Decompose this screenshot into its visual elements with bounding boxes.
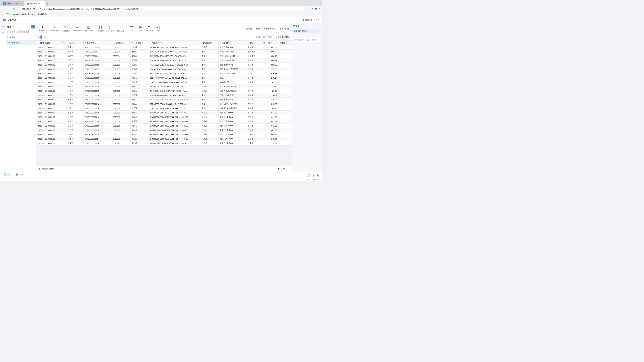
tab-data[interactable]: 数据	[2, 172, 14, 177]
tab-action-3[interactable]	[316, 173, 320, 177]
analysis-tab-close[interactable]: ✕	[39, 3, 40, 4]
add-other-button[interactable]: + 其他添加列	[83, 25, 94, 32]
save-all-update-button[interactable]: 全部保存并更新	[16, 30, 30, 34]
add-text-col-button[interactable]: T+ 新增文本列	[60, 25, 72, 32]
table-row: 2020-01-01 00:00:00鹤岗市SMDBJ18000014D0101…	[36, 50, 292, 54]
forward-button[interactable]: →	[7, 7, 11, 11]
tab-component[interactable]: 组件	[14, 172, 26, 177]
app-menu-button[interactable]: ···	[18, 19, 20, 21]
refresh-button[interactable]: ↻	[12, 7, 16, 11]
row-count-selector[interactable]: 前1000万行	[261, 35, 275, 39]
shop-name-filter-icon[interactable]	[142, 42, 144, 44]
add-sum-col-button[interactable]: Σ 新增汇总列	[49, 25, 60, 32]
cell-province: 吉林省	[246, 111, 261, 115]
sort-button[interactable]: 排序	[136, 25, 144, 32]
cell-shop-name: 辽源店	[130, 63, 149, 67]
add-datasource-button[interactable]: +	[293, 33, 321, 36]
settings-icon[interactable]	[13, 25, 15, 28]
page-next-button[interactable]: ∨	[286, 167, 290, 171]
product-name-filter-icon[interactable]	[230, 42, 231, 44]
group-agg-button[interactable]: 分组汇总	[116, 25, 125, 33]
col-product-type[interactable]: T 商品类别	[200, 40, 218, 45]
add-formula-col-button[interactable]: fx 新增公式列	[38, 25, 49, 32]
add-dataset-button[interactable]: +	[31, 25, 35, 28]
search-input[interactable]	[11, 36, 34, 38]
cell-store-code: SMDBJ18000016	[83, 102, 111, 106]
address-input-box[interactable]: ⚠ 192.168.171.80:8080/finebi/decision/v5…	[18, 7, 306, 11]
save-all-button[interactable]: 全部保存	[8, 30, 16, 34]
all-tables-button[interactable]: 所有书	[314, 19, 319, 21]
col-city[interactable]: T 城市	[66, 40, 83, 45]
sql-view-button[interactable]	[43, 35, 47, 39]
cell-product-name: 家之美圆形24夹选架	[218, 89, 246, 93]
col-province[interactable]: T 省份	[246, 40, 261, 45]
calculate-button[interactable]: 数据进行计算	[276, 35, 290, 39]
nav-data-icon[interactable]	[1, 25, 5, 29]
save-update-toolbar-button[interactable]: 仅保存并更新	[263, 27, 277, 31]
col-product-code[interactable]: T 商品编码	[149, 40, 200, 45]
bookmark-icon[interactable]: ☆	[308, 8, 310, 10]
table-view-button[interactable]	[38, 35, 42, 39]
table-scroll-area[interactable]: 日 日期(年月日)	[36, 40, 292, 166]
col-shop-code[interactable]: T 门店编码	[111, 40, 130, 45]
extension-icon[interactable]: ⊡	[312, 8, 314, 10]
cell-product-code: 77DA67A0-ED8C-4FB3-8E04-E9EA7DD96...	[149, 102, 200, 106]
province-filter-icon[interactable]	[254, 42, 256, 44]
col-shop-name[interactable]: T 门店名称	[130, 40, 149, 45]
cost-filter-icon[interactable]	[270, 42, 272, 44]
up-down-merge-button[interactable]: 上下合并	[106, 25, 116, 33]
cell-product-code: 62CF9CFA-1E86-4960-B7CA-F077A8BDD5...	[149, 93, 200, 97]
date-filter-icon[interactable]	[63, 42, 65, 44]
browser-tab-analysis[interactable]: 分析主题 ✕	[24, 1, 44, 6]
col-store-code[interactable]: T 单据编码	[83, 40, 111, 45]
quantity-filter-icon[interactable]	[286, 42, 288, 44]
city-filter-icon[interactable]	[74, 42, 76, 44]
table-item-sales[interactable]: 销售明细表	[6, 40, 36, 45]
col-date[interactable]: 日 日期(年月日)	[36, 40, 66, 45]
product-type-filter-icon[interactable]	[211, 42, 213, 44]
cell-product-name: 富士利115g威化饼	[218, 71, 246, 76]
back-button[interactable]: ←	[1, 7, 5, 11]
col-product-name[interactable]: T 商品名称	[218, 40, 246, 45]
page-input[interactable]	[276, 167, 282, 171]
refresh-toolbar-button[interactable]: 刷新	[244, 27, 254, 31]
up-down-merge-label: 上下合并	[108, 30, 114, 32]
svg-rect-6	[4, 20, 6, 21]
filter-button[interactable]: 过滤	[128, 25, 136, 32]
col-quantity[interactable]: # 数量	[278, 40, 292, 45]
browser-tab-finebi[interactable]: F FineBI商业智能 ✕	[1, 1, 24, 6]
tab-action-2[interactable]	[312, 173, 315, 177]
cell-shop-name: 松原店	[130, 106, 149, 111]
svg-rect-2	[28, 2, 29, 4]
sidebar-search-box[interactable]: 🔍	[8, 35, 35, 39]
shop-code-filter-icon[interactable]	[122, 42, 124, 44]
lineage-view-button[interactable]: 血缘视图	[301, 19, 312, 21]
status-bar: CSDN | 令牌直接...	[0, 178, 322, 181]
user-icon[interactable]: 👤	[314, 8, 317, 10]
more-button[interactable]: 更多	[155, 25, 163, 32]
tab-right-actions	[307, 173, 320, 177]
left-right-merge-button[interactable]: 左右合并	[96, 25, 106, 33]
product-code-filter-icon[interactable]	[160, 42, 162, 44]
cell-date: 2020-01-01 00:00:00	[36, 71, 66, 76]
svg-rect-24	[89, 26, 90, 27]
more-icon[interactable]: ⋮	[318, 8, 321, 10]
bookmark-ecommerce[interactable]: 电商618数据大屏	[14, 13, 30, 15]
cell-shop-code: D010112	[111, 45, 130, 50]
add-assign-button[interactable]: + 新增赋值列	[72, 25, 83, 32]
col-cost[interactable]: # 成本额	[261, 40, 278, 45]
field-settings-button[interactable]: To 字段设置	[145, 25, 154, 32]
tab-action-1[interactable]	[307, 173, 310, 177]
right-panel-datasource-item[interactable]: XS 销售明细表	[293, 29, 321, 33]
nav-filter-icon[interactable]	[1, 31, 5, 35]
store-filter-icon[interactable]	[94, 42, 96, 44]
table-row: 2020-01-01 00:00:00辽源市SMDBJ18000015D0101…	[36, 63, 292, 67]
finebi-tab-close[interactable]: ✕	[21, 3, 22, 4]
cell-shop-code: D010116	[111, 106, 130, 111]
new-tab-button[interactable]: +	[45, 2, 50, 6]
svg-rect-0	[27, 3, 27, 4]
exit-toolbar-button[interactable]: 退出并预览	[278, 27, 290, 31]
save-toolbar-button[interactable]: 保存	[255, 27, 262, 31]
cell-shop-code: D010114	[111, 50, 130, 54]
bookmark-java[interactable]: Java互联网架构论...	[32, 13, 50, 15]
